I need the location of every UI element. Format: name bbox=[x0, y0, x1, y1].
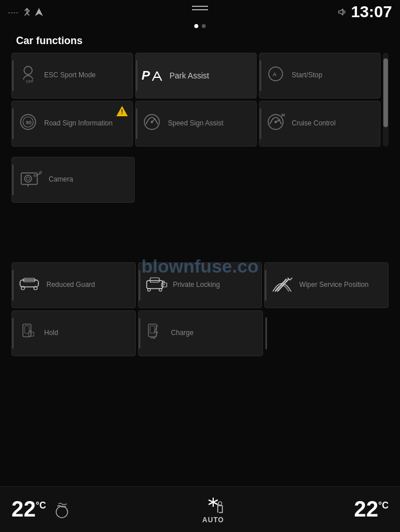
private-locking-label: Private Locking bbox=[173, 281, 220, 290]
svg-point-46 bbox=[218, 502, 222, 505]
svg-line-34 bbox=[277, 279, 289, 291]
cell-start-stop[interactable]: A Start/Stop bbox=[259, 53, 381, 98]
esc-sport-mode-label: ESC Sport Mode bbox=[44, 71, 96, 80]
volume-icon bbox=[338, 9, 346, 15]
road-sign-info-icon: 90 bbox=[18, 112, 38, 136]
hold-label: Hold bbox=[44, 329, 58, 338]
auto-climate-icon bbox=[201, 495, 226, 515]
road-sign-info-label: Road Sign Information bbox=[44, 119, 112, 128]
park-assist-label: Park Assist bbox=[170, 70, 209, 81]
cell-hold[interactable]: Hold bbox=[11, 310, 136, 356]
start-stop-label: Start/Stop bbox=[292, 71, 322, 80]
svg-rect-28 bbox=[150, 278, 159, 282]
status-right: 13:07 bbox=[338, 3, 392, 21]
scrollbar-thumb[interactable] bbox=[383, 58, 388, 127]
bottom-grid: Reduced Guard Private Locking bbox=[0, 260, 400, 356]
dot-2[interactable] bbox=[202, 24, 206, 28]
camera-section: Camera bbox=[0, 157, 400, 203]
dot-1[interactable] bbox=[194, 24, 198, 28]
status-left: ---- bbox=[8, 7, 43, 17]
svg-point-18 bbox=[25, 175, 32, 182]
cell-speed-sign-assist[interactable]: Speed Sign Assist bbox=[135, 101, 257, 147]
page-title: Car functions bbox=[0, 30, 400, 53]
cell-park-assist[interactable]: P Park Assist bbox=[135, 53, 257, 98]
svg-point-19 bbox=[26, 177, 30, 180]
cruise-control-icon bbox=[265, 112, 286, 136]
warning-badge bbox=[116, 106, 128, 116]
temp-right: 22°C bbox=[354, 497, 389, 522]
cell-cruise-control[interactable]: Cruise Control bbox=[259, 101, 381, 147]
speed-sign-assist-icon bbox=[142, 112, 162, 136]
wiper-service-icon bbox=[270, 273, 293, 297]
reduced-guard-icon bbox=[18, 277, 41, 294]
charge-icon bbox=[144, 322, 165, 345]
hold-icon bbox=[18, 322, 38, 345]
cell-reduced-guard[interactable]: Reduced Guard bbox=[11, 262, 136, 308]
clock: 13:07 bbox=[351, 3, 392, 21]
bottom-row-2: Hold Charge bbox=[11, 310, 389, 356]
function-grid: OFF ESC Sport Mode P Park Assist bbox=[11, 53, 381, 147]
svg-text:OFF: OFF bbox=[26, 80, 34, 84]
esc-sport-mode-icon: OFF bbox=[18, 64, 38, 88]
cruise-control-label: Cruise Control bbox=[292, 119, 336, 128]
fan-heat-icon bbox=[52, 499, 72, 520]
status-bar: ---- 13:07 bbox=[0, 0, 400, 22]
svg-line-33 bbox=[275, 279, 287, 291]
hamburger-menu[interactable] bbox=[192, 6, 208, 10]
bottom-bar: 22°C AUTO 22°C bbox=[0, 486, 400, 532]
park-assist-icon: P bbox=[142, 68, 164, 83]
svg-point-11 bbox=[151, 121, 153, 123]
charge-label: Charge bbox=[171, 329, 193, 338]
svg-text:A: A bbox=[273, 72, 277, 77]
cell-charge[interactable]: Charge bbox=[138, 310, 262, 356]
svg-rect-23 bbox=[20, 280, 38, 287]
cell-private-locking[interactable]: Private Locking bbox=[138, 262, 262, 308]
bluetooth-icon bbox=[23, 7, 30, 17]
camera-icon bbox=[20, 170, 42, 190]
bottom-row-1: Reduced Guard Private Locking bbox=[11, 262, 389, 308]
svg-point-14 bbox=[274, 121, 277, 123]
scrollbar-track[interactable] bbox=[383, 53, 389, 147]
speed-sign-assist-label: Speed Sign Assist bbox=[168, 119, 223, 128]
auto-label: AUTO bbox=[202, 516, 224, 524]
gps-icon bbox=[35, 8, 43, 16]
cell-camera[interactable]: Camera bbox=[11, 157, 135, 203]
cell-empty bbox=[265, 310, 389, 356]
svg-rect-27 bbox=[147, 281, 163, 289]
cell-wiper-service[interactable]: Wiper Service Position bbox=[264, 262, 389, 308]
reduced-guard-label: Reduced Guard bbox=[46, 281, 95, 290]
wiper-service-label: Wiper Service Position bbox=[299, 281, 368, 290]
bottom-bar-left: 22°C bbox=[11, 497, 72, 522]
svg-point-32 bbox=[163, 284, 164, 285]
svg-point-2 bbox=[24, 66, 32, 74]
status-center[interactable] bbox=[192, 6, 208, 10]
private-locking-icon bbox=[144, 275, 167, 295]
bottom-bar-center[interactable]: AUTO bbox=[201, 495, 226, 524]
main-grid-area: OFF ESC Sport Mode P Park Assist bbox=[0, 53, 400, 147]
temp-left: 22°C bbox=[11, 497, 46, 522]
signal-indicator: ---- bbox=[8, 9, 19, 15]
svg-text:90: 90 bbox=[26, 120, 32, 125]
cell-esc-sport-mode[interactable]: OFF ESC Sport Mode bbox=[11, 53, 133, 98]
page-dots bbox=[0, 24, 400, 28]
start-stop-icon: A bbox=[265, 64, 286, 88]
svg-rect-20 bbox=[34, 175, 36, 176]
svg-point-42 bbox=[56, 506, 68, 518]
svg-point-38 bbox=[31, 333, 32, 334]
camera-label: Camera bbox=[49, 175, 73, 184]
cell-road-sign-info[interactable]: 90 Road Sign Information bbox=[11, 101, 133, 147]
